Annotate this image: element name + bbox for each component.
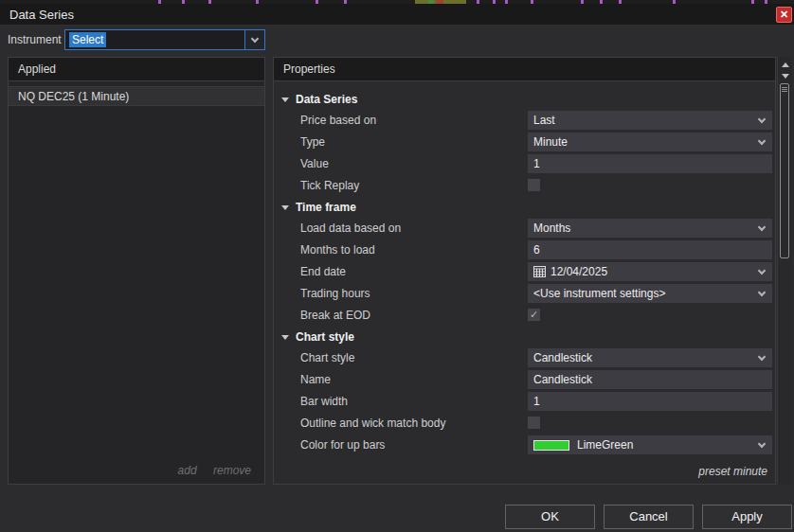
- property-row: Outline and wick match body: [274, 413, 775, 434]
- property-label: Outline and wick match body: [300, 413, 445, 434]
- section-title: Data Series: [296, 93, 357, 106]
- applied-series-item[interactable]: NQ DEC25 (1 Minute): [9, 86, 264, 106]
- field-value: <Use instrument settings>: [533, 287, 759, 300]
- scrollbar-grip-icon: [782, 87, 787, 92]
- dropdown-field[interactable]: LimeGreen: [528, 435, 772, 454]
- property-label: Bar width: [300, 391, 348, 413]
- field-value: Candlestick: [533, 373, 765, 386]
- property-label: Months to load: [300, 239, 375, 261]
- arrow-up-icon: [782, 62, 789, 67]
- chevron-down-icon: [758, 222, 766, 230]
- field-value: 12/04/2025: [550, 265, 759, 278]
- property-row: Bar width1: [274, 391, 775, 413]
- property-label: End date: [300, 261, 346, 283]
- scroll-up-button[interactable]: [778, 59, 792, 70]
- ok-button[interactable]: OK: [505, 505, 595, 529]
- dropdown-field[interactable]: <Use instrument settings>: [528, 284, 772, 303]
- instrument-selected-text: Select: [69, 32, 106, 47]
- checkbox[interactable]: [528, 179, 540, 191]
- property-row: Chart styleCandlestick: [274, 347, 775, 369]
- field-value: 6: [533, 243, 765, 257]
- dropdown-field[interactable]: 12/04/2025: [528, 262, 772, 281]
- color-swatch: [533, 440, 569, 451]
- dropdown-field[interactable]: Candlestick: [528, 348, 772, 367]
- collapse-triangle-icon[interactable]: [281, 98, 289, 102]
- chevron-down-icon: [758, 439, 766, 447]
- property-row: Price based onLast: [274, 110, 775, 132]
- property-row: Break at EOD✓: [274, 305, 775, 327]
- property-row: Value1: [274, 153, 775, 175]
- field-value: Candlestick: [533, 351, 759, 364]
- cancel-button[interactable]: Cancel: [604, 505, 694, 529]
- applied-panel: Applied NQ DEC25 (1 Minute) add remove: [8, 57, 265, 485]
- chevron-down-icon: [758, 288, 766, 295]
- property-row: TypeMinute: [274, 132, 775, 153]
- property-row: Color for up barsLimeGreen: [274, 434, 775, 456]
- collapse-triangle-icon[interactable]: [281, 335, 289, 340]
- property-row: Months to load6: [274, 239, 775, 261]
- property-row: Load data based onMonths: [274, 218, 775, 239]
- property-label: Tick Replay: [300, 175, 359, 197]
- chevron-down-icon: [758, 266, 766, 274]
- dropdown-field[interactable]: Months: [528, 219, 772, 238]
- instrument-label: Instrument: [8, 29, 62, 50]
- property-label: Load data based on: [300, 218, 401, 239]
- property-row: End date12/04/2025: [274, 261, 775, 283]
- property-label: Price based on: [300, 110, 376, 132]
- properties-scrollbar[interactable]: [777, 57, 792, 485]
- section-header-time-frame[interactable]: Time frame: [274, 197, 775, 218]
- arrow-down-icon: [782, 74, 789, 79]
- property-row: Trading hours<Use instrument settings>: [274, 283, 775, 305]
- add-link[interactable]: add: [178, 464, 197, 477]
- text-input[interactable]: 6: [528, 240, 772, 259]
- dialog-title: Data Series: [9, 4, 74, 26]
- field-value: Minute: [533, 135, 759, 149]
- chevron-down-icon: [251, 34, 259, 42]
- property-label: Break at EOD: [300, 305, 370, 327]
- dropdown-field[interactable]: Last: [528, 111, 772, 130]
- property-label: Name: [300, 369, 331, 391]
- remove-link[interactable]: remove: [213, 464, 251, 477]
- section-title: Time frame: [296, 201, 356, 214]
- chevron-down-icon: [758, 115, 766, 122]
- dialog-titlebar: Data Series ✕: [0, 4, 794, 26]
- section-header-chart-style[interactable]: Chart style: [274, 327, 775, 347]
- scroll-down-button[interactable]: [778, 70, 792, 81]
- scrollbar-thumb[interactable]: [780, 83, 789, 258]
- properties-panel-header: Properties: [274, 58, 775, 81]
- checkbox[interactable]: ✓: [528, 309, 540, 321]
- text-input[interactable]: 1: [528, 392, 772, 411]
- property-label: Value: [300, 153, 329, 175]
- instrument-dropdown-button[interactable]: [244, 30, 264, 49]
- properties-rows: Data SeriesPrice based onLastTypeMinuteV…: [274, 81, 775, 484]
- property-label: Trading hours: [300, 283, 370, 305]
- instrument-value[interactable]: Select: [65, 30, 244, 49]
- dropdown-field[interactable]: Minute: [528, 133, 772, 151]
- field-value: Months: [533, 222, 759, 235]
- preset-label[interactable]: preset minute: [698, 465, 767, 478]
- chevron-down-icon: [758, 352, 766, 360]
- chevron-down-icon: [758, 136, 766, 144]
- section-title: Chart style: [296, 330, 354, 344]
- properties-panel: Properties Data SeriesPrice based onLast…: [273, 57, 776, 485]
- calendar-icon: [533, 266, 546, 277]
- checkbox[interactable]: [528, 417, 540, 429]
- property-label: Chart style: [300, 347, 354, 369]
- property-row: Tick Replay: [274, 175, 775, 197]
- instrument-combobox[interactable]: Select: [64, 29, 265, 50]
- property-label: Type: [300, 132, 325, 153]
- property-label: Color for up bars: [300, 434, 385, 456]
- applied-panel-footer: add remove: [165, 464, 251, 477]
- field-value: LimeGreen: [577, 438, 759, 452]
- collapse-triangle-icon[interactable]: [281, 205, 289, 210]
- text-input[interactable]: Candlestick: [528, 370, 772, 389]
- close-button[interactable]: ✕: [776, 7, 792, 23]
- field-value: 1: [533, 395, 765, 408]
- field-value: Last: [533, 114, 759, 127]
- text-input[interactable]: 1: [528, 154, 772, 173]
- section-header-data-series[interactable]: Data Series: [274, 89, 775, 110]
- apply-button[interactable]: Apply: [702, 505, 792, 529]
- property-row: NameCandlestick: [274, 369, 775, 391]
- field-value: 1: [533, 157, 765, 170]
- applied-panel-header: Applied: [9, 58, 264, 81]
